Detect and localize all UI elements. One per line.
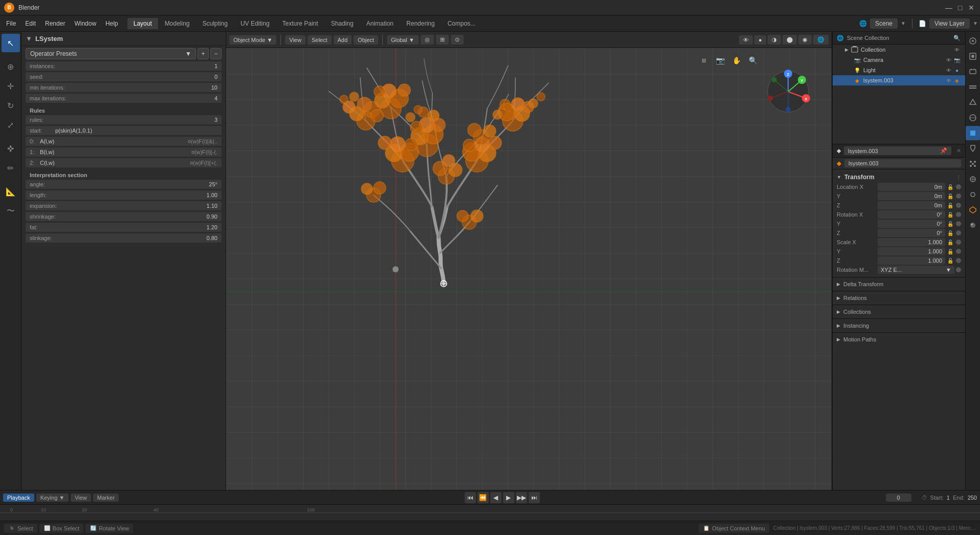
maximize-button[interactable]: □	[955, 3, 965, 12]
relations-title[interactable]: ▶ Relations	[837, 293, 961, 303]
props-output-icon[interactable]	[966, 65, 980, 79]
prev-frame-btn[interactable]: ◀	[490, 492, 502, 503]
rotation-x[interactable]: 0°	[878, 210, 945, 219]
scale-x-lock[interactable]: 🔓	[946, 238, 954, 246]
rotation-mode-value[interactable]: XYZ E... ▼	[878, 266, 954, 274]
keying-btn[interactable]: Keying ▼	[36, 494, 69, 502]
location-z[interactable]: 0m	[878, 201, 945, 209]
props-render-icon[interactable]	[966, 49, 980, 63]
preset-remove-btn[interactable]: −	[210, 48, 222, 59]
props-scene2-icon[interactable]	[966, 95, 980, 110]
view-btn[interactable]: View	[285, 35, 306, 45]
instancing-title[interactable]: ▶ Instancing	[837, 321, 961, 330]
props-object-icon[interactable]	[966, 126, 980, 140]
solid-shading-btn[interactable]: ⬤	[782, 35, 797, 45]
camera-eye[interactable]: 👁	[945, 56, 953, 64]
props-physics-icon[interactable]	[966, 172, 980, 186]
location-y-lock[interactable]: 🔓	[946, 192, 954, 200]
scale-x[interactable]: 1.000	[878, 238, 945, 246]
perspective-btn[interactable]: ⊞	[696, 53, 711, 68]
expansion-field[interactable]: expansion: 1.10	[26, 201, 222, 210]
rotate-status[interactable]: 🔄 Rotate View	[85, 524, 133, 533]
view-layer-label[interactable]: View Layer	[929, 18, 970, 29]
viewport-gizmo[interactable]: Z X Y	[765, 69, 811, 115]
shading-mode-btn[interactable]: ●	[754, 35, 766, 45]
scale-z[interactable]: 1.000	[878, 256, 945, 265]
render-mode-btn[interactable]: 🌐	[813, 35, 829, 45]
location-z-lock[interactable]: 🔓	[946, 201, 954, 209]
fat-field[interactable]: fat: 1.20	[26, 223, 222, 232]
tab-animation[interactable]: Animation	[360, 18, 400, 29]
proportional-btn[interactable]: ⊙	[451, 35, 464, 45]
start-row[interactable]: start: p(skin)A(1,0.1)	[26, 126, 222, 135]
tab-uv-editing[interactable]: UV Editing	[234, 18, 276, 29]
rotation-z-lock[interactable]: 🔓	[946, 229, 954, 237]
slinkage-field[interactable]: slinkage: 0.80	[26, 233, 222, 243]
props-world-icon[interactable]	[966, 111, 980, 125]
select-btn[interactable]: Select	[308, 35, 332, 45]
tab-sculpting[interactable]: Sculpting	[197, 18, 234, 29]
current-frame-input[interactable]: 0	[886, 494, 911, 502]
props-viewlayer-icon[interactable]	[966, 80, 980, 94]
marker-btn[interactable]: Marker	[93, 494, 119, 502]
menu-help[interactable]: Help	[101, 18, 122, 29]
tab-layout[interactable]: Layout	[127, 18, 158, 29]
play-btn[interactable]: ▶	[503, 492, 514, 503]
props-scene-icon[interactable]	[966, 34, 980, 48]
global-transform[interactable]: Global ▼	[387, 35, 419, 45]
props-particles-icon[interactable]	[966, 157, 980, 171]
rotation-z[interactable]: 0°	[878, 229, 945, 237]
jump-end-btn[interactable]: ⏭	[529, 492, 540, 503]
minimize-button[interactable]: —	[944, 3, 953, 12]
mesh-name-field[interactable]: lsystem.003	[844, 159, 961, 167]
location-y[interactable]: 0m	[878, 192, 945, 200]
viewport[interactable]: Object Mode ▼ View Select Add Object Glo…	[226, 32, 832, 490]
rule-1[interactable]: 1: B(l,w) ¤(w)F(l)[-(.	[26, 147, 222, 157]
scene-label[interactable]: Scene	[870, 18, 898, 29]
rule-0[interactable]: 0: A(l,w) ¤(w)F(l)[&(..	[26, 137, 222, 146]
max-iterations-field[interactable]: max iterations: 4	[26, 94, 222, 103]
collection-eye[interactable]: 👁	[953, 46, 961, 54]
add-btn[interactable]: Add	[334, 35, 352, 45]
timeline-track[interactable]: 0 10 20 40 100	[0, 505, 980, 521]
sidebar-annotate-icon[interactable]: ✏	[2, 159, 20, 177]
sidebar-measure-icon[interactable]: 📐	[2, 182, 20, 201]
collections-title[interactable]: ▶ Collections	[837, 307, 961, 316]
jump-start-btn[interactable]: ⏮	[465, 492, 476, 503]
select-status[interactable]: 🖱 Select	[4, 524, 37, 533]
instances-field[interactable]: instances: 1	[26, 61, 222, 71]
menu-file[interactable]: File	[2, 18, 20, 29]
sidebar-move-icon[interactable]: ✛	[2, 77, 20, 95]
view-btn-timeline[interactable]: View	[71, 494, 91, 502]
material-preview-btn[interactable]: ◉	[798, 35, 812, 45]
tab-rendering[interactable]: Rendering	[400, 18, 441, 29]
light-eye[interactable]: 👁	[945, 66, 953, 74]
view-overlay-btn[interactable]: 👁	[739, 35, 753, 45]
sidebar-addcurve-icon[interactable]: 〜	[2, 202, 20, 220]
rotation-y-lock[interactable]: 🔓	[946, 220, 954, 228]
rotation-x-lock[interactable]: 🔓	[946, 210, 954, 219]
delta-transform-title[interactable]: ▶ Delta Transform	[837, 280, 961, 289]
outliner-item-camera[interactable]: 📷 Camera 👁 📷	[833, 55, 965, 65]
props-data-icon[interactable]	[966, 203, 980, 217]
collection-expand[interactable]: ▶	[845, 47, 848, 52]
tab-compositing[interactable]: Compos...	[441, 18, 482, 29]
lsystem-eye[interactable]: 👁	[945, 76, 953, 84]
collapse-triangle[interactable]: ▼	[26, 35, 32, 42]
preset-add-btn[interactable]: +	[198, 48, 209, 59]
scale-y[interactable]: 1.000	[878, 247, 945, 255]
viewport-zoom-btn[interactable]: 🔍	[746, 53, 760, 68]
props-modifier-icon[interactable]	[966, 141, 980, 156]
context-menu-status[interactable]: 📋 Object Context Menu	[699, 524, 769, 533]
outliner-search[interactable]: 🔍	[953, 34, 961, 42]
angle-field[interactable]: angle: 25°	[26, 180, 222, 189]
scale-z-lock[interactable]: 🔓	[946, 256, 954, 265]
tab-modeling[interactable]: Modeling	[159, 18, 196, 29]
location-x[interactable]: 0m	[878, 183, 945, 191]
rule-2[interactable]: 2: C(l,w) ¤(w)F(l)[+(.	[26, 158, 222, 167]
sidebar-rotate-icon[interactable]: ↻	[2, 96, 20, 115]
menu-render[interactable]: Render	[41, 18, 69, 29]
object-btn[interactable]: Object	[354, 35, 378, 45]
menu-edit[interactable]: Edit	[21, 18, 40, 29]
camera-view-btn[interactable]: 📷	[713, 53, 727, 68]
